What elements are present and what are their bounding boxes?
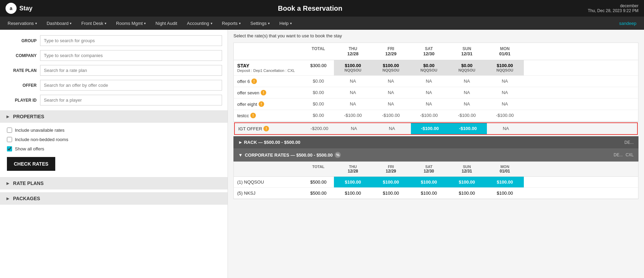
rate-plans-title: RATE PLANS <box>13 180 44 186</box>
stay-fri: $100.00 NQQSOU <box>372 60 410 75</box>
corp-rate-1-sun[interactable]: $100.00 <box>448 188 486 198</box>
corp-rate-1-name: (5) NKSJ <box>234 188 303 198</box>
nav-accounting[interactable]: Accounting ▾ <box>183 19 216 28</box>
nav-rooms-mgmt[interactable]: Rooms Mgmt ▾ <box>112 19 150 28</box>
unavailable-rates-row: Include unavailable rates <box>0 126 228 135</box>
igt-offer-mon: NA <box>487 123 525 134</box>
stay-sat: $0.00 NQQSOU <box>410 60 448 75</box>
unavailable-rates-label[interactable]: Include unavailable rates <box>15 128 65 133</box>
settings-caret-icon: ▾ <box>268 21 270 25</box>
properties-section[interactable]: ► PROPERTIES <box>0 110 228 123</box>
offer-2-name: offer eight ! <box>234 99 303 110</box>
player-id-label: PLAYER ID <box>6 98 37 103</box>
corp-col-total: TOTAL <box>303 163 334 175</box>
show-offers-row: Show all offers <box>0 144 228 154</box>
igt-offer-sat[interactable]: -$100.00 <box>411 123 449 134</box>
col-thu-header: THU 12/28 <box>334 45 372 58</box>
igt-offer-thu: NA <box>335 123 373 134</box>
offer-3-sun: -$100.00 <box>448 110 486 121</box>
left-panel: GROUP COMPANY RATE PLAN OFFER PLAYER ID … <box>0 30 228 278</box>
nav-settings[interactable]: Settings ▾ <box>246 19 274 28</box>
corp-rates-table: TOTAL THU 12/28 FRI 12/29 SAT 12/30 SUN … <box>233 161 638 199</box>
offer-2-mon: NA <box>486 99 524 110</box>
corp-col-fri: FRI 12/29 <box>372 163 410 175</box>
unavailable-rates-checkbox[interactable] <box>7 128 12 133</box>
percent-badge-icon: % <box>335 152 341 158</box>
stay-row: STAY Deposit : Dep1 Cancellation : CXL $… <box>234 60 638 76</box>
corp-rate-1-thu[interactable]: $100.00 <box>334 188 372 198</box>
nav-night-audit[interactable]: Night Audit <box>151 19 181 28</box>
corp-rate-0-sun[interactable]: $100.00 <box>448 177 486 187</box>
company-input[interactable] <box>40 50 222 61</box>
igt-offer-info-icon[interactable]: ! <box>263 126 269 131</box>
company-label: COMPANY <box>6 53 37 58</box>
col-sun-header: SUN 12/31 <box>448 45 486 58</box>
igt-offer-sun[interactable]: -$100.00 <box>449 123 487 134</box>
offer-3-info-icon[interactable]: ! <box>250 113 256 118</box>
right-panel: Select the rate(s) that you want to use … <box>228 30 644 278</box>
offer-2-sat: NA <box>410 99 448 110</box>
corp-rate-1-fri[interactable]: $100.00 <box>372 188 410 198</box>
rack-section-actions: DE... <box>624 140 634 145</box>
corp-rate-1-sat[interactable]: $100.00 <box>410 188 448 198</box>
corp-rate-0-sat[interactable]: $100.00 <box>410 177 448 187</box>
non-bedded-label[interactable]: Include non-bedded rooms <box>15 137 68 142</box>
offer-1-thu: NA <box>334 87 372 98</box>
offer-1-name: offer seven ! <box>234 87 303 98</box>
offer-2-info-icon[interactable]: ! <box>259 101 264 107</box>
player-id-input[interactable] <box>40 95 222 105</box>
rate-plan-input[interactable] <box>40 65 222 76</box>
non-bedded-checkbox[interactable] <box>7 137 12 142</box>
corp-rate-0-fri[interactable]: $100.00 <box>372 177 410 187</box>
nav-reservations[interactable]: Reservations ▾ <box>3 19 41 28</box>
offer-row-2: offer eight ! $0.00 NA NA NA NA NA <box>234 99 638 110</box>
offer-input[interactable] <box>40 80 222 91</box>
check-rates-button[interactable]: CHECK RATES <box>7 157 55 171</box>
non-bedded-row: Include non-bedded rooms <box>0 135 228 144</box>
top-bar: a Stay Book a Reservation december Thu, … <box>0 0 644 17</box>
player-id-row: PLAYER ID <box>0 93 228 108</box>
corp-rate-0-thu[interactable]: $100.00 <box>334 177 372 187</box>
offer-3-sat: -$100.00 <box>410 110 448 121</box>
logo-icon: a <box>6 3 17 14</box>
offer-1-sun: NA <box>448 87 486 98</box>
packages-section[interactable]: ► PACKAGES <box>0 192 228 205</box>
rate-plan-label: RATE PLAN <box>6 68 37 73</box>
nav-help[interactable]: Help ▾ <box>275 19 296 28</box>
offer-row-1: offer seven ! $0.00 NA NA NA NA NA <box>234 87 638 99</box>
corp-col-empty <box>234 163 303 175</box>
main-layout: GROUP COMPANY RATE PLAN OFFER PLAYER ID … <box>0 30 644 278</box>
corp-rate-0-mon[interactable]: $100.00 <box>486 177 524 187</box>
nav-user[interactable]: sandeep <box>615 19 641 28</box>
packages-title: PACKAGES <box>13 196 40 201</box>
igt-offer-total: -$200.00 <box>304 123 335 134</box>
igt-offer-fri: NA <box>373 123 411 134</box>
stay-label: STAY Deposit : Dep1 Cancellation : CXL <box>234 60 303 75</box>
corp-rate-1-mon[interactable]: $100.00 <box>486 188 524 198</box>
accounting-caret-icon: ▾ <box>211 21 212 25</box>
group-input[interactable] <box>40 35 222 46</box>
offer-0-info-icon[interactable]: ! <box>251 78 257 84</box>
show-offers-label[interactable]: Show all offers <box>15 146 44 151</box>
offer-0-total: $0.00 <box>303 76 334 87</box>
nav-dashboard[interactable]: Dashboard ▾ <box>42 19 76 28</box>
rack-de-action[interactable]: DE... <box>624 140 634 145</box>
corp-cxl-action[interactable]: CXL <box>626 152 634 157</box>
corp-col-thu: THU 12/28 <box>334 163 372 175</box>
offer-1-info-icon[interactable]: ! <box>261 90 266 95</box>
show-offers-checkbox[interactable] <box>7 146 12 151</box>
corp-rates-header[interactable]: ▼ CORPORATE RATES — $500.00 - $500.00 % … <box>233 148 638 161</box>
offer-2-total: $0.00 <box>303 99 334 110</box>
rate-plans-section[interactable]: ► RATE PLANS <box>0 177 228 189</box>
nav-bar: Reservations ▾ Dashboard ▾ Front Desk ▾ … <box>0 17 644 30</box>
rates-column-headers: TOTAL THU 12/28 FRI 12/29 SAT 12/30 SUN … <box>234 43 638 60</box>
corp-rate-0-name: (1) NQQSOU <box>234 177 303 187</box>
corp-de-action[interactable]: DE... <box>614 152 623 157</box>
rack-section-header[interactable]: ► RACK — $500.00 - $500.00 DE... <box>233 136 638 148</box>
nav-front-desk[interactable]: Front Desk ▾ <box>77 19 110 28</box>
group-row: GROUP <box>0 33 228 48</box>
reports-caret-icon: ▾ <box>239 21 241 25</box>
nav-reports[interactable]: Reports ▾ <box>218 19 245 28</box>
offer-0-mon: NA <box>486 76 524 87</box>
offer-0-thu: NA <box>334 76 372 87</box>
